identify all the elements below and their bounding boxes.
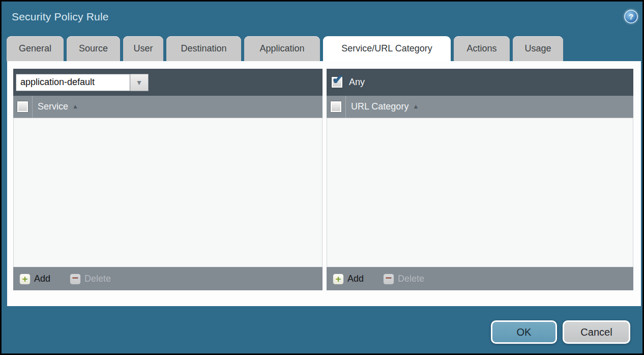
tab-general[interactable]: General (7, 36, 64, 61)
url-category-add-button[interactable]: + Add (333, 274, 364, 285)
service-panel-toolbar: application-default ▼ (13, 69, 323, 96)
tab-application[interactable]: Application (244, 36, 320, 61)
help-icon[interactable]: ? (624, 10, 638, 23)
tab-content-area: application-default ▼ Service ▲ + (7, 61, 641, 306)
url-category-header-checkbox-cell (327, 96, 346, 118)
minus-icon: − (383, 274, 394, 285)
url-category-column-header[interactable]: URL Category ▲ (346, 101, 419, 112)
tab-destination[interactable]: Destination (166, 36, 241, 61)
tab-usage[interactable]: Usage (513, 36, 563, 61)
chevron-down-icon: ▼ (136, 78, 143, 87)
service-delete-label: Delete (84, 274, 111, 284)
service-panel-footer: + Add − Delete (13, 267, 323, 290)
url-category-panel: ✔ Any URL Category ▲ + Add (327, 69, 633, 291)
tab-user[interactable]: User (123, 36, 163, 61)
url-category-delete-button[interactable]: − Delete (383, 274, 424, 285)
service-table-body[interactable] (13, 118, 323, 267)
sort-ascending-icon: ▲ (413, 103, 419, 110)
tab-actions[interactable]: Actions (454, 36, 510, 61)
service-column-header[interactable]: Service ▲ (33, 101, 78, 112)
service-table-header: Service ▲ (13, 96, 323, 118)
checkmark-icon: ✔ (332, 72, 343, 88)
url-category-select-all-checkbox[interactable] (331, 101, 341, 112)
url-category-panel-toolbar: ✔ Any (327, 69, 633, 96)
sort-ascending-icon: ▲ (72, 103, 78, 110)
service-type-dropdown[interactable]: application-default ▼ (16, 74, 149, 91)
minus-icon: − (70, 274, 81, 285)
url-category-delete-label: Delete (398, 274, 424, 284)
url-category-table-header: URL Category ▲ (327, 96, 633, 118)
service-delete-button[interactable]: − Delete (70, 274, 111, 285)
url-category-table-body[interactable] (327, 118, 633, 267)
ok-button[interactable]: OK (491, 320, 557, 344)
service-header-checkbox-cell (13, 96, 33, 118)
any-checkbox[interactable]: ✔ (332, 77, 342, 88)
url-category-add-label: Add (347, 274, 364, 284)
url-category-panel-footer: + Add − Delete (327, 267, 633, 290)
service-select-all-checkbox[interactable] (17, 101, 28, 112)
tab-bar: General Source User Destination Applicat… (7, 36, 566, 61)
tab-service-url-category[interactable]: Service/URL Category (323, 36, 451, 61)
service-column-label: Service (38, 101, 68, 112)
dialog-title: Security Policy Rule (12, 11, 109, 23)
service-add-label: Add (34, 274, 50, 284)
any-row: ✔ Any (329, 77, 365, 88)
service-add-button[interactable]: + Add (19, 274, 50, 285)
any-label: Any (349, 77, 365, 88)
service-type-value[interactable]: application-default (16, 74, 130, 91)
service-panel: application-default ▼ Service ▲ + (13, 69, 323, 291)
security-policy-rule-dialog: Security Policy Rule ? General Source Us… (0, 0, 644, 355)
service-type-dropdown-button[interactable]: ▼ (130, 74, 149, 91)
tab-source[interactable]: Source (67, 36, 120, 61)
url-category-column-label: URL Category (351, 101, 408, 112)
plus-icon: + (19, 274, 31, 285)
cancel-button[interactable]: Cancel (563, 320, 630, 344)
plus-icon: + (333, 274, 344, 285)
